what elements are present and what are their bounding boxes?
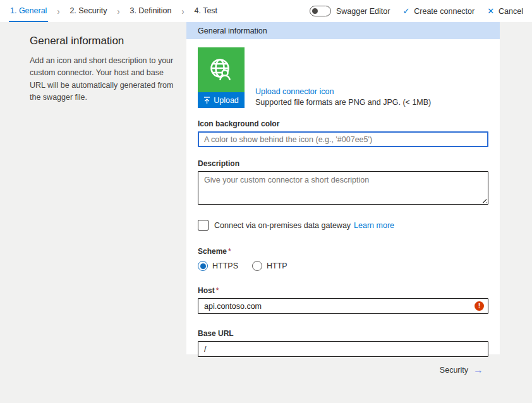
upload-format-hint: Supported file formats are PNG and JPG. … (255, 98, 431, 107)
upload-connector-icon-link[interactable]: Upload connector icon (255, 87, 431, 96)
scheme-https-option[interactable]: HTTPS (198, 261, 238, 271)
host-label: Host (198, 286, 215, 295)
step-security[interactable]: 2. Security (68, 0, 108, 22)
create-connector-label: Create connector (414, 7, 475, 16)
swagger-editor-toggle-label: Swagger Editor (336, 7, 390, 16)
gateway-checkbox[interactable] (198, 220, 209, 231)
icon-background-color-field: Icon background color (198, 119, 488, 147)
create-connector-button[interactable]: ✓ Create connector (402, 6, 475, 16)
wizard-top-bar: 1. General › 2. Security › 3. Definition… (0, 0, 532, 22)
toggle-off-icon[interactable] (310, 6, 331, 16)
scheme-label: Scheme (198, 247, 227, 256)
learn-more-link[interactable]: Learn more (354, 221, 394, 230)
description-field: Description (198, 159, 488, 205)
scheme-options: HTTPS HTTP (198, 261, 488, 271)
host-field: Host* ! (198, 286, 488, 314)
globe-person-icon (207, 56, 236, 85)
scheme-https-label: HTTPS (212, 262, 238, 270)
page-content: General information Add an icon and shor… (0, 22, 532, 403)
radio-unselected-icon[interactable] (252, 261, 262, 271)
base-url-input[interactable] (198, 341, 488, 357)
description-textarea[interactable] (198, 171, 488, 205)
upload-button[interactable]: Upload (198, 92, 245, 108)
step-title: General information (30, 35, 176, 47)
base-url-label: Base URL (198, 329, 488, 338)
chevron-right-icon: › (117, 0, 119, 25)
chevron-right-icon: › (57, 0, 59, 25)
base-url-field: Base URL (198, 329, 488, 357)
checkmark-icon: ✓ (402, 6, 409, 16)
step-general[interactable]: 1. General (9, 0, 48, 22)
icon-background-color-label: Icon background color (198, 119, 488, 128)
step-test[interactable]: 4. Test (193, 0, 219, 22)
connector-icon-preview (198, 47, 245, 92)
chevron-right-icon: › (181, 0, 184, 25)
top-bar-actions: Swagger Editor ✓ Create connector ✕ Canc… (310, 0, 523, 22)
wizard-steps: 1. General › 2. Security › 3. Definition… (9, 0, 227, 22)
general-information-panel: General information (186, 22, 500, 354)
gateway-checkbox-label: Connect via on-premises data gateway (214, 221, 351, 230)
swagger-editor-toggle[interactable]: Swagger Editor (310, 6, 390, 16)
next-step-label: Security (440, 366, 468, 375)
arrow-right-icon: → (473, 365, 483, 375)
upload-info: Upload connector icon Supported file for… (255, 47, 431, 108)
connector-icon-tile[interactable]: Upload (198, 47, 245, 108)
close-icon: ✕ (487, 6, 494, 16)
connector-icon-section: Upload Upload connector icon Supported f… (198, 47, 488, 108)
scheme-http-option[interactable]: HTTP (252, 261, 287, 271)
description-label: Description (198, 159, 488, 168)
gateway-checkbox-row[interactable]: Connect via on-premises data gateway Lea… (198, 220, 488, 231)
step-description-panel: General information Add an icon and shor… (30, 35, 176, 104)
next-step-security-button[interactable]: Security → (186, 365, 500, 375)
icon-background-color-input[interactable] (198, 131, 488, 147)
upload-button-label: Upload (214, 96, 239, 105)
scheme-field: Scheme* HTTPS HTTP (198, 247, 488, 271)
cancel-label: Cancel (499, 7, 523, 16)
step-definition[interactable]: 3. Definition (128, 0, 172, 22)
host-input[interactable] (198, 298, 488, 314)
panel-header: General information (186, 22, 500, 39)
scheme-http-label: HTTP (267, 262, 287, 270)
step-description-text: Add an icon and short description to you… (30, 55, 176, 104)
panel-body: Upload Upload connector icon Supported f… (186, 39, 500, 357)
error-icon: ! (475, 301, 484, 311)
required-marker: * (216, 286, 219, 295)
required-marker: * (228, 247, 231, 256)
cancel-button[interactable]: ✕ Cancel (487, 6, 523, 16)
radio-selected-icon[interactable] (198, 261, 208, 271)
upload-arrow-icon (203, 97, 210, 104)
